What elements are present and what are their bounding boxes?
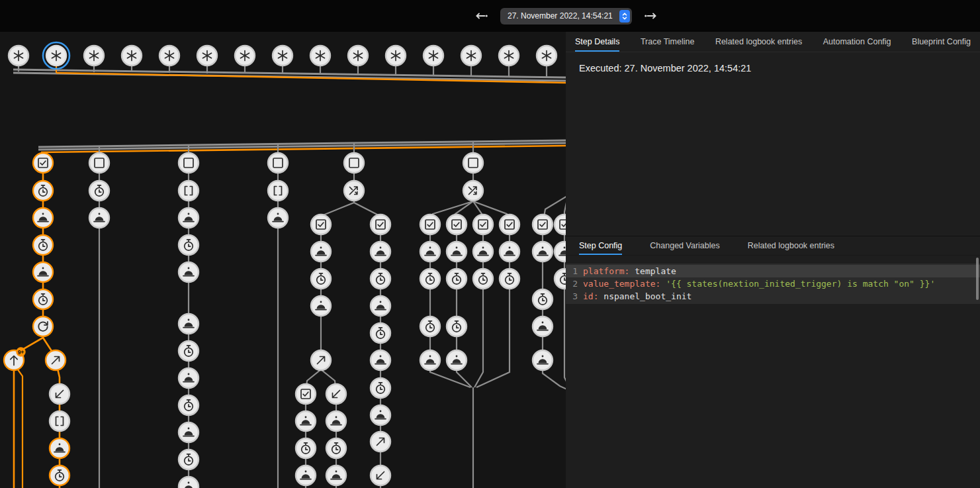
trace-node-bell[interactable] bbox=[311, 242, 331, 262]
tab-trace-timeline[interactable]: Trace Timeline bbox=[641, 32, 695, 52]
trace-node-timer[interactable] bbox=[326, 438, 346, 458]
trace-node-timer[interactable] bbox=[179, 395, 199, 415]
trace-node-timer[interactable] bbox=[33, 235, 53, 255]
trace-node-check-square[interactable] bbox=[371, 215, 390, 234]
trace-node-brackets[interactable] bbox=[179, 181, 199, 201]
trace-node-asterisk[interactable] bbox=[537, 46, 557, 66]
trace-node-timer[interactable] bbox=[179, 235, 199, 255]
trace-node-asterisk[interactable] bbox=[423, 46, 443, 66]
trace-node-asterisk[interactable] bbox=[499, 46, 519, 66]
trace-node-timer[interactable] bbox=[371, 269, 390, 289]
trace-node-asterisk[interactable] bbox=[461, 46, 481, 66]
trace-node-check-square[interactable] bbox=[555, 215, 566, 234]
trace-node-bell[interactable] bbox=[533, 317, 553, 336]
trace-node-arrow-bottom-left[interactable] bbox=[371, 465, 390, 485]
trace-node-check-square[interactable] bbox=[473, 215, 493, 234]
trace-node-bell[interactable] bbox=[500, 242, 519, 262]
tab-related-logbook-entries[interactable]: Related logbook entries bbox=[715, 32, 802, 52]
trace-node-bell[interactable] bbox=[179, 477, 199, 488]
trace-node-check-square[interactable] bbox=[296, 384, 316, 404]
trace-node-bell[interactable] bbox=[311, 296, 331, 316]
tab-blueprint-config[interactable]: Blueprint Config bbox=[912, 32, 971, 52]
trace-node-timer[interactable] bbox=[33, 289, 53, 309]
trace-node-bell[interactable] bbox=[179, 262, 199, 282]
trace-node-bell[interactable] bbox=[326, 465, 346, 485]
trace-node-asterisk[interactable] bbox=[310, 46, 330, 66]
trace-node-bell[interactable] bbox=[473, 242, 493, 262]
trace-node-timer[interactable] bbox=[179, 341, 199, 361]
trace-node-asterisk[interactable] bbox=[273, 46, 292, 66]
trace-node-asterisk[interactable] bbox=[348, 46, 368, 66]
trace-node-arrow-branch[interactable] bbox=[46, 350, 66, 370]
trace-node-check-square[interactable] bbox=[533, 215, 553, 234]
trace-node-timer[interactable] bbox=[33, 181, 53, 201]
code-line-1[interactable]: 1platform: template bbox=[566, 265, 980, 277]
code-line-3[interactable]: 3id: nspanel_boot_init bbox=[566, 290, 980, 303]
trace-node-bell[interactable] bbox=[447, 242, 467, 262]
trace-node-square[interactable] bbox=[89, 153, 109, 173]
trace-node-timer[interactable] bbox=[50, 465, 69, 485]
tab-step-config[interactable]: Step Config bbox=[579, 236, 622, 255]
trace-node-bell[interactable] bbox=[50, 438, 69, 458]
trace-node-asterisk[interactable] bbox=[159, 46, 179, 66]
trace-node-asterisk[interactable] bbox=[9, 46, 28, 66]
trace-node-check-square[interactable] bbox=[420, 215, 440, 234]
trace-node-timer[interactable] bbox=[179, 450, 199, 469]
trace-node-timer[interactable] bbox=[89, 181, 109, 201]
trace-node-bell[interactable] bbox=[179, 422, 199, 442]
trace-node-shuffle[interactable] bbox=[344, 181, 364, 201]
trace-node-check-square[interactable] bbox=[447, 215, 467, 234]
code-line-2[interactable]: 2value_template: '{{ states(nextion_init… bbox=[566, 277, 980, 290]
trace-node-bell[interactable] bbox=[533, 242, 553, 262]
trace-node-timer[interactable] bbox=[371, 378, 390, 398]
trace-node-timer[interactable] bbox=[311, 269, 331, 289]
run-select[interactable]: 27. November 2022, 14:54:21 bbox=[500, 8, 632, 24]
trace-node-timer[interactable] bbox=[447, 317, 467, 336]
trace-node-bell[interactable] bbox=[296, 465, 316, 485]
trace-node-bell[interactable] bbox=[33, 262, 53, 282]
trace-node-square[interactable] bbox=[268, 153, 288, 173]
trace-node-check-square[interactable] bbox=[500, 215, 519, 234]
trace-node-arrow-up[interactable]: 9+ bbox=[4, 347, 26, 370]
next-run-button[interactable] bbox=[641, 6, 661, 26]
trace-node-bell[interactable] bbox=[371, 405, 390, 425]
trace-node-bell[interactable] bbox=[533, 350, 553, 370]
trace-node-bell[interactable] bbox=[296, 411, 316, 431]
trace-node-square[interactable] bbox=[179, 153, 199, 173]
trace-graph-canvas[interactable]: 9+ bbox=[0, 32, 566, 488]
trace-node-brackets[interactable] bbox=[50, 411, 69, 431]
trace-node-arrow-branch[interactable] bbox=[371, 432, 390, 452]
trace-node-arrow-branch[interactable] bbox=[311, 350, 331, 370]
trace-node-bell[interactable] bbox=[179, 314, 199, 334]
tab-step-details[interactable]: Step Details bbox=[575, 32, 619, 52]
trace-node-check-square[interactable] bbox=[33, 153, 53, 173]
previous-run-button[interactable] bbox=[471, 6, 491, 26]
trace-graph[interactable]: 9+ bbox=[0, 32, 566, 488]
trace-node-bell[interactable] bbox=[420, 242, 440, 262]
trace-node-bell[interactable] bbox=[179, 368, 199, 388]
trace-node-arrow-bottom-left[interactable] bbox=[50, 384, 69, 404]
trace-node-bell[interactable] bbox=[371, 296, 390, 316]
trace-node-bell[interactable] bbox=[33, 208, 53, 228]
trace-node-bell[interactable] bbox=[179, 208, 199, 228]
trace-node-timer[interactable] bbox=[420, 269, 440, 289]
trace-node-asterisk[interactable] bbox=[235, 46, 255, 66]
trace-node-asterisk[interactable] bbox=[386, 46, 406, 66]
trace-node-asterisk[interactable] bbox=[122, 46, 142, 66]
trace-node-square[interactable] bbox=[463, 153, 483, 173]
trace-node-bell[interactable] bbox=[371, 350, 390, 370]
trace-node-brackets[interactable] bbox=[268, 181, 288, 201]
trace-node-timer[interactable] bbox=[533, 289, 553, 309]
trace-node-timer[interactable] bbox=[555, 269, 566, 289]
trace-node-bell[interactable] bbox=[268, 208, 288, 228]
trace-node-bell[interactable] bbox=[371, 242, 390, 262]
trace-node-square[interactable] bbox=[344, 153, 364, 173]
trace-node-bell[interactable] bbox=[420, 350, 440, 370]
tab-changed-variables[interactable]: Changed Variables bbox=[650, 236, 719, 255]
trace-node-timer[interactable] bbox=[473, 269, 493, 289]
trace-node-timer[interactable] bbox=[371, 323, 390, 343]
trace-node-shuffle[interactable] bbox=[463, 181, 483, 201]
trace-node-bell[interactable] bbox=[326, 411, 346, 431]
trace-node-bell[interactable] bbox=[447, 350, 467, 370]
trace-node-refresh[interactable] bbox=[33, 317, 53, 336]
